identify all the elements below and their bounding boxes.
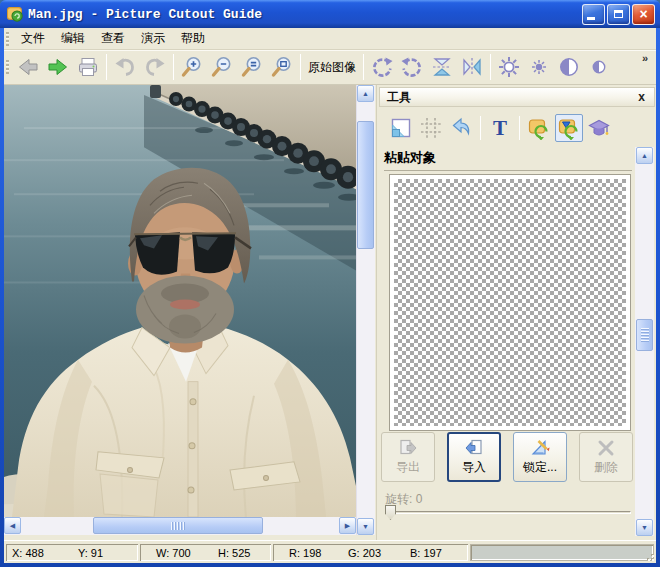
toolbar-overflow-chevron[interactable]: » [638, 50, 652, 66]
paste-object-button[interactable] [525, 114, 553, 142]
rotation-value: 0 [416, 492, 423, 506]
image-canvas[interactable] [4, 85, 356, 517]
menu-help[interactable]: 帮助 [173, 27, 213, 50]
lock-button[interactable]: 锁定... [513, 432, 567, 482]
paste-objects-label: 粘贴对象 [384, 150, 436, 165]
lock-label: 锁定... [523, 459, 557, 476]
original-image-button[interactable]: 原始图像 [304, 55, 360, 80]
menu-edit[interactable]: 编辑 [53, 27, 93, 50]
contrast-large-icon [557, 55, 581, 79]
minimize-button[interactable] [582, 4, 605, 25]
paste-object-icon [527, 116, 551, 140]
text-tool-button[interactable]: T [486, 114, 514, 142]
text-tool-icon: T [488, 116, 512, 140]
image-size-field: W: 700 H: 525 [140, 544, 271, 561]
canvas-vertical-scrollbar[interactable]: ▲ ▼ [356, 85, 375, 535]
menu-demo[interactable]: 演示 [133, 27, 173, 50]
resize-canvas-icon [389, 116, 413, 140]
import-button[interactable]: 导入 [447, 432, 501, 482]
zoom-fit-button[interactable] [267, 52, 297, 82]
tools-panel: 工具 x [376, 85, 656, 540]
pixel-green-value: G: 203 [348, 547, 410, 559]
undo-button[interactable] [110, 52, 140, 82]
crop-icon [419, 116, 443, 140]
scroll-up-button[interactable]: ▲ [357, 85, 374, 102]
import-icon [464, 438, 484, 458]
menu-view[interactable]: 查看 [93, 27, 133, 50]
slider-track[interactable] [385, 511, 631, 514]
panel-toolbar: T [387, 112, 613, 144]
brightness-small-button[interactable] [524, 52, 554, 82]
contrast-large-button[interactable] [554, 52, 584, 82]
horizontal-scroll-thumb[interactable] [93, 517, 263, 534]
maximize-button[interactable] [607, 4, 630, 25]
menubar: 文件 编辑 查看 演示 帮助 [4, 28, 656, 50]
slider-thumb[interactable] [385, 505, 396, 520]
paste-object-actions: 导出 导入 [381, 432, 633, 484]
zoom-fit-icon [270, 55, 294, 79]
vertical-scroll-thumb[interactable] [357, 121, 374, 249]
brightness-large-button[interactable] [494, 52, 524, 82]
crop-button[interactable] [417, 114, 445, 142]
export-icon [398, 438, 418, 458]
toolbar-gripper[interactable] [6, 60, 9, 74]
menubar-gripper[interactable] [6, 32, 9, 46]
panel-scroll-up-button[interactable]: ▲ [636, 147, 653, 164]
canvas-horizontal-scrollbar[interactable]: ◀ ▶ [4, 517, 356, 535]
panel-scrollbar[interactable]: ▲ ▼ [635, 147, 654, 536]
panel-scroll-thumb[interactable] [636, 319, 653, 351]
zoom-actual-size-button[interactable] [237, 52, 267, 82]
rotation-label: 旋转: [385, 492, 412, 506]
redo-icon [143, 55, 167, 79]
rotate-clockwise-icon [370, 55, 394, 79]
undo-step-button[interactable] [447, 114, 475, 142]
zoom-out-button[interactable] [207, 52, 237, 82]
delete-button[interactable]: 删除 [579, 432, 633, 482]
forward-arrow-icon [46, 55, 70, 79]
zoom-actual-size-icon [240, 55, 264, 79]
flip-horizontal-icon [460, 55, 484, 79]
resize-grip[interactable] [642, 549, 655, 562]
export-label: 导出 [396, 459, 420, 476]
resize-canvas-button[interactable] [387, 114, 415, 142]
scroll-left-button[interactable]: ◀ [4, 517, 21, 534]
rotate-clockwise-button[interactable] [367, 52, 397, 82]
pixel-rgb-field: R: 198 G: 203 B: 197 [273, 544, 468, 561]
scroll-right-button[interactable]: ▶ [339, 517, 356, 534]
undo-icon [113, 55, 137, 79]
contrast-small-button[interactable] [584, 52, 614, 82]
tools-panel-close-button[interactable]: x [636, 90, 647, 104]
flip-vertical-button[interactable] [427, 52, 457, 82]
lock-ruler-pencil-icon [530, 438, 550, 458]
arrow-up-icon: ▲ [362, 90, 369, 97]
zoom-in-button[interactable] [177, 52, 207, 82]
pixel-red-value: R: 198 [289, 547, 348, 559]
window-title: Man.jpg - Picture Cutout Guide [28, 7, 582, 22]
image-width-value: W: 700 [156, 547, 218, 559]
paste-objects-list[interactable] [389, 174, 631, 431]
close-button[interactable]: × [632, 4, 655, 25]
redo-button[interactable] [140, 52, 170, 82]
menu-file[interactable]: 文件 [13, 27, 53, 50]
paste-object-edit-icon [557, 116, 581, 140]
rotation-slider[interactable] [385, 505, 631, 521]
back-button[interactable] [13, 52, 43, 82]
brightness-large-icon [497, 55, 521, 79]
rotate-counterclockwise-button[interactable] [397, 52, 427, 82]
export-button[interactable]: 导出 [381, 432, 435, 482]
printer-icon [76, 55, 100, 79]
forward-button[interactable] [43, 52, 73, 82]
paste-object-edit-button[interactable] [555, 114, 583, 142]
flip-horizontal-button[interactable] [457, 52, 487, 82]
guide-wizard-button[interactable] [585, 114, 613, 142]
tools-panel-header: 工具 x [379, 87, 655, 107]
rotate-counterclockwise-icon [400, 55, 424, 79]
scroll-down-button[interactable]: ▼ [357, 518, 374, 535]
flip-vertical-icon [430, 55, 454, 79]
print-button[interactable] [73, 52, 103, 82]
pixel-blue-value: B: 197 [410, 547, 442, 559]
zoom-in-icon [180, 55, 204, 79]
minimize-icon [587, 17, 595, 20]
panel-scroll-down-button[interactable]: ▼ [636, 519, 653, 536]
back-arrow-icon [16, 55, 40, 79]
